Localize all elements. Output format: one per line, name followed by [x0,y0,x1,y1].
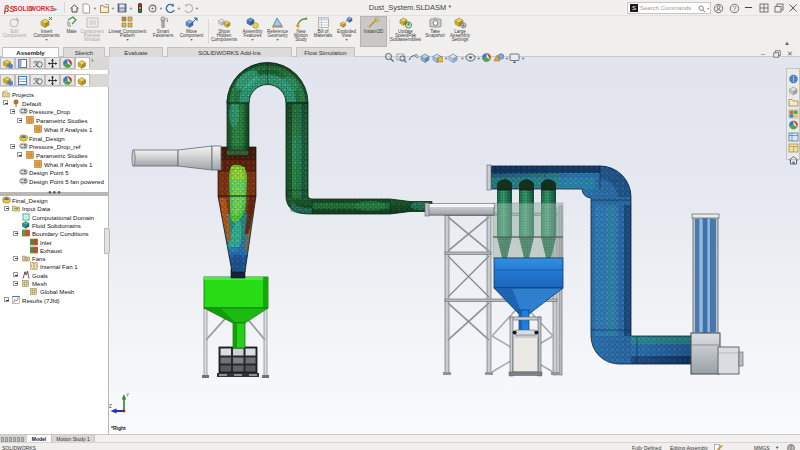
svg-text:CB: CB [21,109,27,114]
svg-text:▸: ▸ [53,6,58,12]
svg-text:WORKS: WORKS [30,5,54,12]
svg-text:CB: CB [21,170,27,175]
svg-text:Y: Y [126,393,129,398]
svg-text:Z: Z [109,404,112,409]
svg-text:CB: CB [21,144,27,149]
svg-text:?: ? [733,5,737,12]
svg-text:CB: CB [21,179,27,184]
